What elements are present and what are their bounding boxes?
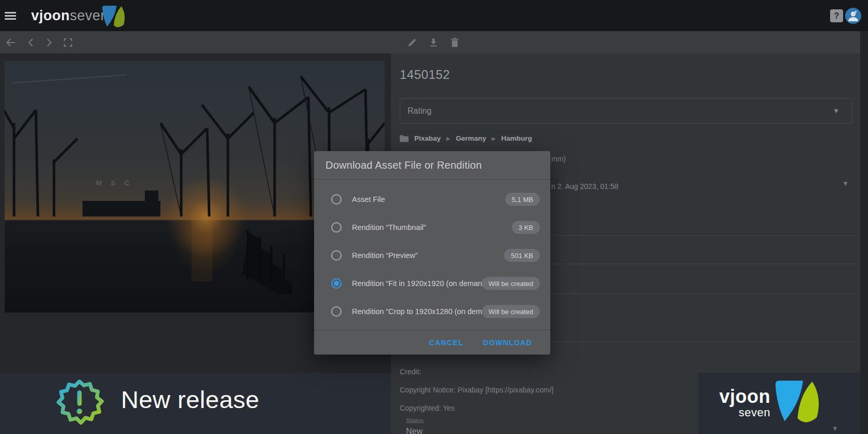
field-divider [551,342,860,342]
rating-label: Rating [408,99,431,123]
radio-icon[interactable] [331,278,342,289]
help-button[interactable]: ? [830,9,843,22]
breadcrumb: Pixabay ▶ Germany ▶ Hamburg [400,134,532,142]
new-release-burst-icon [55,377,104,427]
size-badge: 5,1 MB [505,193,540,206]
radio-icon[interactable] [331,306,342,317]
option-rendition-fit-1920[interactable]: Rendition “Fit in 1920x1920 (on demand)”… [314,269,550,297]
option-label: Rendition “Thumbnail” [352,223,426,232]
asset-metadata-lower: Credit: Copyright Notice: Pixabay [https… [391,355,698,434]
status-label: Status [406,417,424,425]
edit-icon[interactable] [406,36,418,49]
size-badge: 3 KB [512,221,540,234]
app-logo: vjoonseven [31,0,108,31]
status-value: New [406,427,423,434]
dimensions-field-tail: mm) [551,155,566,163]
option-label: Asset File [352,195,385,204]
top-app-bar: vjoonseven ? [0,0,868,31]
asset-id-title: 1450152 [400,67,450,82]
rating-chevron-down-icon: ▼ [833,99,839,123]
rating-dropdown[interactable]: Rating ▼ [400,98,852,124]
vjoon-logo-mark-icon [102,6,127,28]
breadcrumb-item-pixabay[interactable]: Pixabay [414,134,441,142]
delete-icon[interactable] [449,36,461,49]
previous-icon[interactable] [25,36,37,49]
field-divider [551,235,860,236]
banner-logo-bold: vjoon [720,387,771,406]
dialog-title: Download Asset File or Rendition [326,151,482,180]
banner-vjoon-logo: vjoon seven [724,387,770,418]
folder-icon [400,135,409,142]
option-rendition-crop-1920[interactable]: Rendition “Crop to 1920x1280 (on demand)… [314,297,550,326]
brand-bold: vjoon [31,8,70,23]
size-badge: 501 KB [504,249,540,262]
status-chevron-down-icon[interactable]: ▼ [832,425,838,432]
back-icon[interactable] [5,36,17,49]
fullscreen-icon[interactable] [62,36,74,49]
dialog-header: Download Asset File or Rendition [314,151,550,180]
scrollbar-track[interactable] [860,31,868,434]
option-label: Rendition “Crop to 1920x1280 (on demand)… [352,307,500,316]
copyright-notice-field: Copyright Notice: Pixabay [https://pixab… [400,386,553,394]
status-badge: Will be created [482,277,540,290]
breadcrumb-item-hamburg[interactable]: Hamburg [501,134,532,142]
radio-icon[interactable] [331,250,342,261]
option-asset-file[interactable]: Asset File 5,1 MB [314,185,550,213]
app-screen: vjoonseven ? [0,0,868,434]
section-chevron-down-icon[interactable]: ▼ [842,180,849,187]
download-dialog: Download Asset File or Rendition Asset F… [314,151,550,355]
option-rendition-thumbnail[interactable]: Rendition “Thumbnail” 3 KB [314,213,550,241]
banner-logo-light: seven [739,407,770,418]
banner-headline: New release [121,385,260,414]
breadcrumb-arrow-icon: ▶ [446,136,450,141]
option-label: Rendition “Preview” [352,251,418,260]
banner-vjoon-mark-icon [775,380,822,424]
menu-icon[interactable] [5,12,16,20]
radio-icon[interactable] [331,222,342,233]
status-badge: Will be created [482,305,540,318]
field-divider [551,293,860,294]
copyrighted-field: Copyrighted: Yes [400,404,455,412]
radio-icon[interactable] [331,194,342,205]
field-divider [551,264,860,264]
option-label: Rendition “Fit in 1920x1920 (on demand)” [352,279,491,288]
option-rendition-preview[interactable]: Rendition “Preview” 501 KB [314,241,550,269]
download-icon[interactable] [427,36,440,49]
asset-toolbar [0,31,868,53]
download-button[interactable]: DOWNLOAD [480,338,535,347]
credit-label: Credit: [400,368,421,376]
dialog-footer: CANCEL DOWNLOAD [314,330,550,355]
breadcrumb-arrow-icon: ▶ [492,136,496,141]
user-avatar[interactable] [845,8,861,24]
next-icon[interactable] [43,36,55,49]
breadcrumb-item-germany[interactable]: Germany [456,134,486,142]
modified-date-tail: n 2. Aug 2023, 01:58 [551,182,618,191]
cancel-button[interactable]: CANCEL [426,338,466,347]
